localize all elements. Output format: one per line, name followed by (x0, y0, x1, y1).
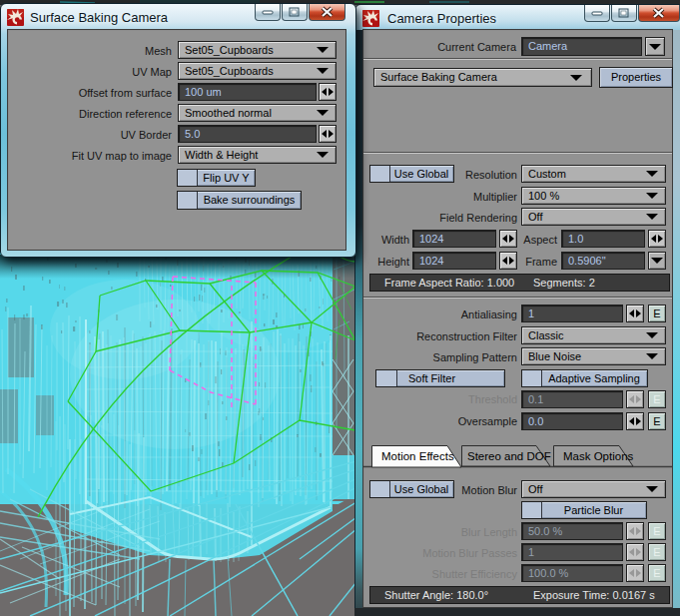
svg-text:Mask Options: Mask Options (563, 450, 634, 462)
svg-text:Motion Effects: Motion Effects (381, 450, 454, 462)
svg-text:Stereo and DOF: Stereo and DOF (467, 450, 551, 462)
